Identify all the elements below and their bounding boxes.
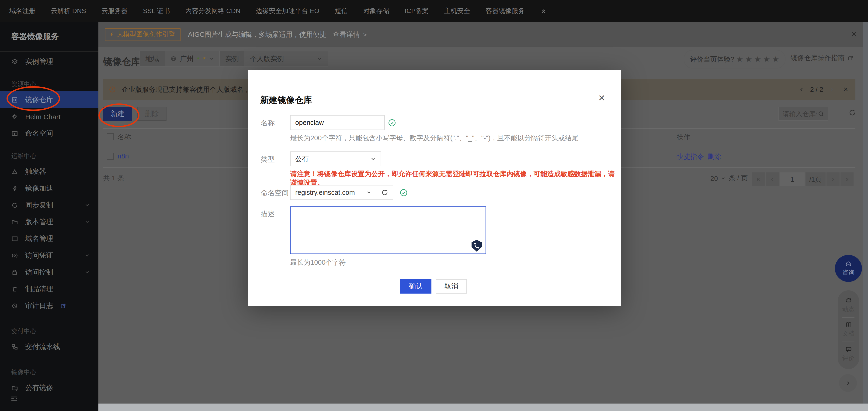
chevron-down-icon: [85, 219, 90, 225]
nav-item-tcr[interactable]: 容器镜像服务: [486, 7, 525, 15]
instance-label: 实例: [220, 51, 244, 66]
modal-close-icon[interactable]: ×: [598, 92, 605, 103]
docs-button[interactable]: 文档: [842, 321, 855, 338]
nav-item-ssl[interactable]: SSL 证书: [143, 7, 170, 15]
nav-item-cvm[interactable]: 云服务器: [101, 7, 128, 15]
sidebar-item-public-images[interactable]: 公有镜像: [0, 379, 98, 396]
chevron-right-icon[interactable]: [829, 87, 835, 93]
shared-folder-icon: [11, 384, 18, 391]
nav-item-sms[interactable]: 短信: [335, 7, 348, 15]
pager-prev-button[interactable]: [765, 172, 779, 187]
extension-badge-icon[interactable]: [469, 238, 485, 253]
chevron-down-icon: [366, 190, 372, 195]
pager-last-button[interactable]: [840, 172, 854, 187]
row-checkbox[interactable]: [107, 153, 114, 160]
select-all-checkbox[interactable]: [107, 133, 114, 140]
sidebar-item-triggers[interactable]: 触发器: [0, 163, 98, 180]
type-select[interactable]: 公有: [290, 151, 381, 166]
nav-item-cdn[interactable]: 内容分发网络 CDN: [185, 7, 241, 15]
guide-link[interactable]: 镜像仓库操作指南: [790, 54, 854, 63]
refresh-icon: [381, 189, 388, 196]
star-icon[interactable]: ★: [754, 55, 762, 63]
description-label: 描述: [261, 210, 275, 218]
pager-current-page[interactable]: 1: [779, 172, 805, 187]
consult-widget[interactable]: 咨询: [835, 255, 862, 282]
type-value: 公有: [295, 155, 309, 163]
cancel-button[interactable]: 取消: [436, 279, 467, 294]
sidebar-item-version-mgmt[interactable]: 版本管理: [0, 213, 98, 230]
chevron-left-icon[interactable]: [799, 87, 805, 93]
nav-item-icp[interactable]: ICP备案: [405, 7, 429, 15]
banner-text: AIGC图片生成与编辑，多场景适用，使用便捷: [188, 30, 326, 39]
pipeline-icon: [11, 343, 18, 350]
nav-item-domain-reg[interactable]: 域名注册: [9, 7, 35, 15]
chevron-down-icon: [209, 56, 214, 62]
namespace-select[interactable]: registry.einscat.com: [290, 185, 377, 200]
sidebar-item-acceleration[interactable]: 镜像加速: [0, 180, 98, 197]
sidebar-item-helm-chart[interactable]: Helm Chart: [0, 108, 98, 125]
instance-selector[interactable]: 实例 个人版实例: [219, 51, 328, 67]
lightning-icon: [109, 31, 114, 37]
sidebar-collapse-icon[interactable]: [10, 395, 18, 405]
sidebar-item-delivery-pipeline[interactable]: 交付流水线: [0, 338, 98, 355]
nav-collapse-icon[interactable]: [540, 7, 547, 14]
valid-check-icon: [400, 189, 408, 197]
sidebar-item-artifact-cleanup[interactable]: 制品清理: [0, 280, 98, 297]
sidebar: 容器镜像服务 实例管理 资源中心 镜像仓库 Helm Chart 命名空间 运维…: [0, 22, 98, 411]
notice-pager: 2 / 2 ×: [799, 85, 848, 94]
search-box[interactable]: [778, 107, 828, 121]
bottom-strip: [98, 404, 868, 411]
instance-value: 个人版实例: [250, 54, 284, 63]
sidebar-item-image-repo[interactable]: 镜像仓库: [0, 91, 98, 108]
star-icon[interactable]: ★: [763, 55, 770, 63]
nav-item-host-security[interactable]: 主机安全: [444, 7, 470, 15]
expand-panel-button[interactable]: [839, 374, 857, 392]
repository-icon: [11, 96, 18, 103]
news-button[interactable]: 动态: [842, 297, 855, 314]
namespace-icon: [11, 130, 18, 137]
chat-bubble-icon: [844, 346, 852, 353]
refresh-icon[interactable]: [848, 109, 856, 116]
pager-first-button[interactable]: [751, 172, 765, 187]
sidebar-item-access-credentials[interactable]: 访问凭证: [0, 247, 98, 264]
feedback-button[interactable]: 评价: [842, 346, 855, 363]
page-size-select[interactable]: 20 条 / 页: [710, 174, 748, 183]
star-icon[interactable]: ★: [772, 55, 779, 63]
nav-item-eo[interactable]: 边缘安全加速平台 EO: [256, 7, 319, 15]
row-delete-link[interactable]: 删除: [708, 152, 721, 161]
search-input[interactable]: [779, 109, 818, 118]
sidebar-item-instances[interactable]: 实例管理: [0, 53, 98, 70]
star-icon[interactable]: ★: [736, 55, 743, 63]
quick-command-link[interactable]: 快捷指令: [677, 152, 704, 161]
helm-icon: [11, 113, 18, 120]
delete-button[interactable]: 删除: [137, 107, 166, 121]
sidebar-item-access-control[interactable]: 访问控制: [0, 264, 98, 280]
star-icon[interactable]: ★: [745, 55, 752, 63]
repo-name-link[interactable]: n8n: [118, 152, 129, 160]
region-selector[interactable]: 地域 广州 * *: [140, 51, 220, 67]
consult-label: 咨询: [842, 268, 855, 277]
banner-close-icon[interactable]: ×: [851, 29, 857, 39]
sidebar-item-namespace[interactable]: 命名空间: [0, 125, 98, 142]
notice-close-icon[interactable]: ×: [843, 85, 848, 94]
confirm-button[interactable]: 确认: [400, 279, 431, 294]
sidebar-item-audit-log[interactable]: 审计日志: [0, 297, 98, 314]
sidebar-item-sync-replication[interactable]: 同步复制: [0, 197, 98, 213]
info-icon: [109, 86, 116, 93]
repo-name-input[interactable]: [290, 115, 385, 130]
nav-item-dns[interactable]: 云解析 DNS: [51, 7, 86, 15]
description-textarea[interactable]: [290, 206, 486, 254]
pager-next-button[interactable]: [826, 172, 840, 187]
chevron-down-icon: [85, 252, 90, 258]
region-badge-green: *: [197, 55, 199, 63]
scrollbar[interactable]: [863, 22, 868, 411]
namespace-refresh-button[interactable]: [376, 185, 393, 200]
banner-details-link[interactable]: 查看详情 ＞: [333, 30, 369, 39]
search-icon[interactable]: [818, 110, 825, 117]
cloud-bell-icon: [844, 297, 852, 304]
create-repo-modal: 新建镜像仓库 × 名称 最长为200个字符，只能包含小写字母、数字及分隔符(".…: [248, 70, 621, 306]
region-badge-orange: *: [203, 55, 206, 63]
create-button[interactable]: 新建: [103, 107, 132, 121]
sidebar-item-domain-mgmt[interactable]: 域名管理: [0, 230, 98, 247]
nav-item-cos[interactable]: 对象存储: [363, 7, 389, 15]
